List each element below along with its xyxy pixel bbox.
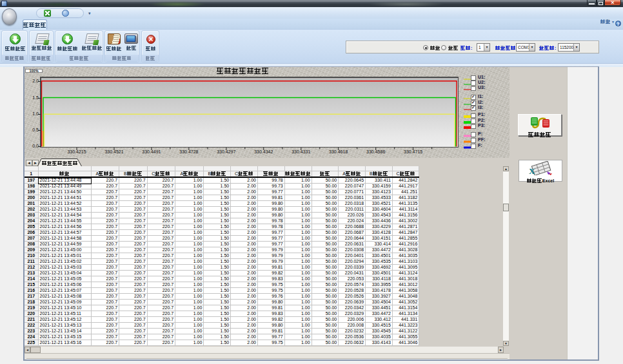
- svg-text:X: X: [529, 166, 535, 175]
